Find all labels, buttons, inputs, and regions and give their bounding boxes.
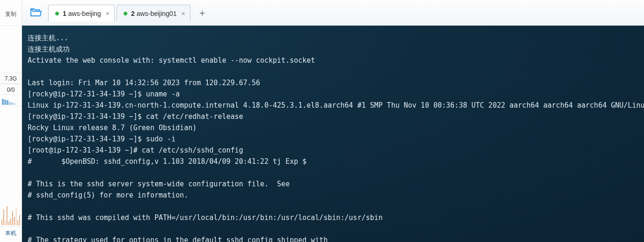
open-folder-button[interactable] [26,5,46,20]
status-dot-icon [55,12,59,15]
tab-bar: 1 aws-beijing × 2 aws-beijing01 × ＋ [22,0,644,26]
close-icon[interactable]: × [106,10,110,17]
close-icon[interactable]: × [181,10,185,17]
tab-index: 2 [131,10,135,17]
tab-title: aws-beijing [68,10,101,17]
main-area: 1 aws-beijing × 2 aws-beijing01 × ＋ 连接主机… [22,0,644,242]
host-label[interactable]: 本机 [0,226,22,240]
sidebar: 复制 7.3G 0/0 本机 [0,0,22,242]
terminal-output[interactable]: 连接主机... 连接主机成功 Activate the web console … [22,26,644,242]
status-dot-icon [124,12,127,15]
new-tab-button[interactable]: ＋ [195,6,209,20]
sidebar-spacer [0,26,22,73]
tab-aws-beijing01[interactable]: 2 aws-beijing01 × [117,5,190,22]
mini-chart-area: 本机 [0,106,22,242]
folder-open-icon [30,8,42,17]
mini-usage-bars [0,95,22,106]
tab-index: 1 [63,10,66,17]
stat-io: 0/0 [0,84,22,95]
tab-title: aws-beijing01 [137,10,177,17]
plus-icon: ＋ [198,7,207,19]
stat-disk: 7.3G [0,73,22,84]
sparkline-icon [0,201,22,226]
tab-aws-beijing[interactable]: 1 aws-beijing × [48,5,115,22]
copy-button[interactable]: 复制 [0,0,22,26]
